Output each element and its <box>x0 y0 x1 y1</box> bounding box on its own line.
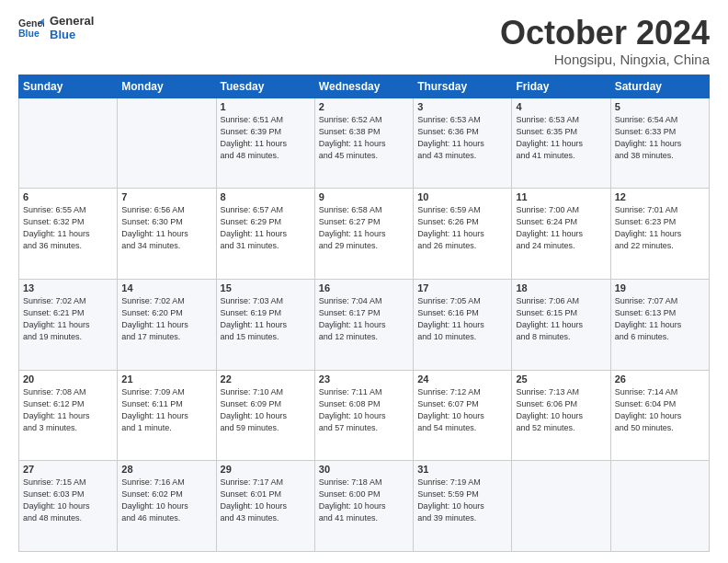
day-info: Sunrise: 7:09 AM Sunset: 6:11 PM Dayligh… <box>121 386 211 434</box>
day-number: 16 <box>319 282 409 293</box>
calendar-cell: 8Sunrise: 6:57 AM Sunset: 6:29 PM Daylig… <box>216 189 314 280</box>
calendar-body: 1Sunrise: 6:51 AM Sunset: 6:39 PM Daylig… <box>19 98 710 551</box>
day-number: 27 <box>23 464 113 475</box>
calendar-cell: 6Sunrise: 6:55 AM Sunset: 6:32 PM Daylig… <box>19 189 118 280</box>
title-block: October 2024 Hongsipu, Ningxia, China <box>500 15 710 67</box>
calendar-cell: 13Sunrise: 7:02 AM Sunset: 6:21 PM Dayli… <box>19 279 118 370</box>
calendar-cell: 25Sunrise: 7:13 AM Sunset: 6:06 PM Dayli… <box>512 370 610 461</box>
day-info: Sunrise: 7:18 AM Sunset: 6:00 PM Dayligh… <box>319 477 409 524</box>
month-title: October 2024 <box>500 15 710 52</box>
day-info: Sunrise: 7:10 AM Sunset: 6:09 PM Dayligh… <box>221 386 311 434</box>
calendar-cell: 24Sunrise: 7:12 AM Sunset: 6:07 PM Dayli… <box>414 370 512 461</box>
day-number: 12 <box>615 191 705 202</box>
day-number: 29 <box>221 464 311 475</box>
day-number: 1 <box>221 101 311 112</box>
weekday-header-wednesday: Wednesday <box>314 75 413 98</box>
calendar-cell: 27Sunrise: 7:15 AM Sunset: 6:03 PM Dayli… <box>19 461 118 552</box>
day-info: Sunrise: 7:06 AM Sunset: 6:15 PM Dayligh… <box>516 295 606 343</box>
day-info: Sunrise: 7:17 AM Sunset: 6:01 PM Dayligh… <box>221 477 311 524</box>
calendar-week-3: 13Sunrise: 7:02 AM Sunset: 6:21 PM Dayli… <box>19 279 710 370</box>
day-info: Sunrise: 6:56 AM Sunset: 6:30 PM Dayligh… <box>121 204 211 252</box>
calendar-cell: 5Sunrise: 6:54 AM Sunset: 6:33 PM Daylig… <box>610 98 709 189</box>
day-number: 8 <box>221 191 311 202</box>
location-subtitle: Hongsipu, Ningxia, China <box>500 52 710 67</box>
calendar-cell: 29Sunrise: 7:17 AM Sunset: 6:01 PM Dayli… <box>216 461 314 552</box>
day-number: 25 <box>516 373 606 385</box>
calendar-cell: 15Sunrise: 7:03 AM Sunset: 6:19 PM Dayli… <box>216 279 314 370</box>
day-info: Sunrise: 7:00 AM Sunset: 6:24 PM Dayligh… <box>516 204 606 252</box>
calendar-cell: 14Sunrise: 7:02 AM Sunset: 6:20 PM Dayli… <box>118 279 216 370</box>
day-info: Sunrise: 7:15 AM Sunset: 6:03 PM Dayligh… <box>23 477 113 524</box>
calendar-table: SundayMondayTuesdayWednesdayThursdayFrid… <box>18 75 710 552</box>
day-number: 23 <box>319 373 409 385</box>
day-number: 15 <box>221 282 311 293</box>
day-info: Sunrise: 7:13 AM Sunset: 6:06 PM Dayligh… <box>516 386 606 434</box>
weekday-header-thursday: Thursday <box>414 75 512 98</box>
day-number: 4 <box>516 101 606 112</box>
day-info: Sunrise: 7:02 AM Sunset: 6:20 PM Dayligh… <box>121 295 211 343</box>
day-info: Sunrise: 6:53 AM Sunset: 6:35 PM Dayligh… <box>516 114 606 162</box>
day-number: 22 <box>221 373 311 385</box>
day-info: Sunrise: 7:16 AM Sunset: 6:02 PM Dayligh… <box>121 477 211 524</box>
day-number: 10 <box>417 191 507 202</box>
day-number: 21 <box>121 373 211 385</box>
day-info: Sunrise: 6:54 AM Sunset: 6:33 PM Dayligh… <box>615 114 705 162</box>
day-info: Sunrise: 6:55 AM Sunset: 6:32 PM Dayligh… <box>23 204 113 252</box>
calendar-week-1: 1Sunrise: 6:51 AM Sunset: 6:39 PM Daylig… <box>19 98 710 189</box>
day-info: Sunrise: 7:02 AM Sunset: 6:21 PM Dayligh… <box>23 295 113 343</box>
day-info: Sunrise: 7:12 AM Sunset: 6:07 PM Dayligh… <box>417 386 507 434</box>
day-number: 6 <box>23 191 113 202</box>
day-number: 26 <box>615 373 705 385</box>
calendar-week-4: 20Sunrise: 7:08 AM Sunset: 6:12 PM Dayli… <box>19 370 710 461</box>
calendar-cell <box>512 461 610 552</box>
day-info: Sunrise: 6:58 AM Sunset: 6:27 PM Dayligh… <box>319 204 409 252</box>
calendar-cell: 3Sunrise: 6:53 AM Sunset: 6:36 PM Daylig… <box>414 98 512 189</box>
day-number: 2 <box>319 101 409 112</box>
calendar-cell: 20Sunrise: 7:08 AM Sunset: 6:12 PM Dayli… <box>19 370 118 461</box>
calendar-cell: 10Sunrise: 6:59 AM Sunset: 6:26 PM Dayli… <box>414 189 512 280</box>
weekday-header-tuesday: Tuesday <box>216 75 314 98</box>
day-number: 11 <box>516 191 606 202</box>
calendar-cell: 26Sunrise: 7:14 AM Sunset: 6:04 PM Dayli… <box>610 370 709 461</box>
day-info: Sunrise: 7:14 AM Sunset: 6:04 PM Dayligh… <box>615 386 705 434</box>
calendar-cell: 21Sunrise: 7:09 AM Sunset: 6:11 PM Dayli… <box>118 370 216 461</box>
calendar-week-5: 27Sunrise: 7:15 AM Sunset: 6:03 PM Dayli… <box>19 461 710 552</box>
day-info: Sunrise: 6:52 AM Sunset: 6:38 PM Dayligh… <box>319 114 409 162</box>
calendar-cell <box>19 98 118 189</box>
day-number: 30 <box>319 464 409 475</box>
day-number: 19 <box>615 282 705 293</box>
calendar-cell: 16Sunrise: 7:04 AM Sunset: 6:17 PM Dayli… <box>314 279 413 370</box>
day-info: Sunrise: 7:07 AM Sunset: 6:13 PM Dayligh… <box>615 295 705 343</box>
day-info: Sunrise: 6:51 AM Sunset: 6:39 PM Dayligh… <box>221 114 311 162</box>
calendar-cell: 12Sunrise: 7:01 AM Sunset: 6:23 PM Dayli… <box>610 189 709 280</box>
logo-icon: General Blue <box>18 16 44 41</box>
day-info: Sunrise: 7:11 AM Sunset: 6:08 PM Dayligh… <box>319 386 409 434</box>
calendar-cell: 1Sunrise: 6:51 AM Sunset: 6:39 PM Daylig… <box>216 98 314 189</box>
logo: General Blue General Blue <box>18 15 94 42</box>
day-info: Sunrise: 6:57 AM Sunset: 6:29 PM Dayligh… <box>221 204 311 252</box>
calendar-cell: 30Sunrise: 7:18 AM Sunset: 6:00 PM Dayli… <box>314 461 413 552</box>
calendar-cell: 22Sunrise: 7:10 AM Sunset: 6:09 PM Dayli… <box>216 370 314 461</box>
day-number: 24 <box>417 373 507 385</box>
day-number: 17 <box>417 282 507 293</box>
weekday-header-saturday: Saturday <box>610 75 709 98</box>
day-number: 7 <box>121 191 211 202</box>
logo-line2: Blue <box>50 29 94 42</box>
day-number: 18 <box>516 282 606 293</box>
calendar-header: SundayMondayTuesdayWednesdayThursdayFrid… <box>19 75 710 98</box>
day-number: 20 <box>23 373 113 385</box>
calendar-cell <box>118 98 216 189</box>
calendar-cell: 4Sunrise: 6:53 AM Sunset: 6:35 PM Daylig… <box>512 98 610 189</box>
day-number: 9 <box>319 191 409 202</box>
day-info: Sunrise: 7:08 AM Sunset: 6:12 PM Dayligh… <box>23 386 113 434</box>
day-number: 14 <box>121 282 211 293</box>
weekday-header-monday: Monday <box>118 75 216 98</box>
calendar-cell <box>610 461 709 552</box>
svg-text:Blue: Blue <box>18 28 40 39</box>
weekday-header-friday: Friday <box>512 75 610 98</box>
day-info: Sunrise: 7:05 AM Sunset: 6:16 PM Dayligh… <box>417 295 507 343</box>
calendar-cell: 7Sunrise: 6:56 AM Sunset: 6:30 PM Daylig… <box>118 189 216 280</box>
calendar-cell: 2Sunrise: 6:52 AM Sunset: 6:38 PM Daylig… <box>314 98 413 189</box>
calendar-week-2: 6Sunrise: 6:55 AM Sunset: 6:32 PM Daylig… <box>19 189 710 280</box>
calendar-cell: 31Sunrise: 7:19 AM Sunset: 5:59 PM Dayli… <box>414 461 512 552</box>
